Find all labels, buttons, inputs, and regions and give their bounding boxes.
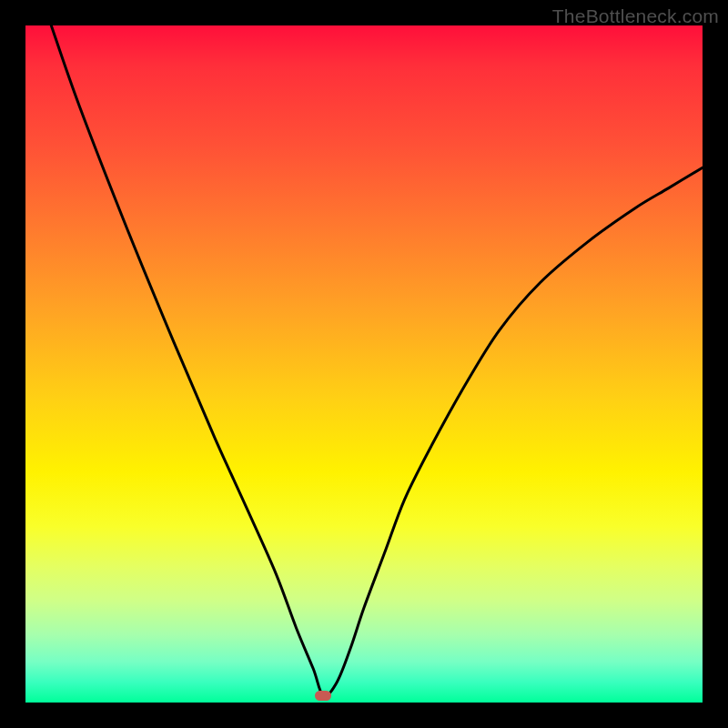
min-marker (315, 691, 331, 701)
plot-area (25, 25, 703, 703)
curve-svg (25, 25, 703, 703)
bottleneck-curve-path (51, 25, 703, 696)
watermark-text: TheBottleneck.com (552, 5, 719, 27)
chart-frame: TheBottleneck.com (0, 0, 728, 728)
